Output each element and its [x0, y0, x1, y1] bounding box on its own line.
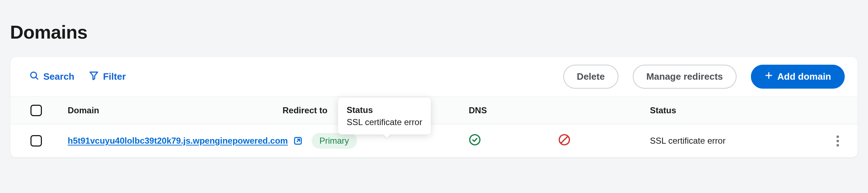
col-status: Status [650, 105, 822, 115]
filter-label: Filter [103, 71, 126, 82]
svg-marker-2 [90, 72, 97, 80]
status-text: SSL certificate error [650, 136, 822, 146]
delete-button[interactable]: Delete [563, 65, 618, 89]
table-header-row: Domain Redirect to DNS Status [10, 97, 858, 124]
error-circle-icon [558, 134, 570, 148]
filter-icon [89, 70, 99, 83]
table-row: h5t91vcuyu40lolbc39t20k79.js.wpenginepow… [10, 124, 858, 158]
filter-button[interactable]: Filter [89, 70, 126, 83]
col-domain: Domain [68, 105, 283, 115]
check-circle-icon [469, 134, 481, 148]
plus-icon [765, 71, 773, 82]
status-tooltip: Status SSL certificate error [338, 98, 431, 134]
tooltip-title: Status [347, 104, 422, 116]
page-title: Domains [10, 0, 858, 56]
row-checkbox[interactable] [30, 135, 42, 147]
svg-point-6 [470, 135, 480, 145]
col-dns: DNS [469, 105, 558, 115]
toolbar: Search Filter Delete Manage redirects Ad… [10, 57, 858, 97]
domains-card: Search Filter Delete Manage redirects Ad… [10, 56, 858, 158]
dns-status-cell [469, 134, 558, 148]
domain-link[interactable]: h5t91vcuyu40lolbc39t20k79.js.wpenginepow… [68, 136, 288, 146]
add-domain-label: Add domain [777, 71, 831, 82]
delete-label: Delete [577, 71, 605, 82]
search-button[interactable]: Search [29, 70, 74, 83]
manage-redirects-label: Manage redirects [646, 71, 723, 82]
select-all-checkbox[interactable] [30, 105, 42, 116]
svg-line-1 [36, 77, 38, 79]
svg-line-8 [561, 137, 568, 143]
ssl-status-cell [558, 134, 650, 148]
manage-redirects-button[interactable]: Manage redirects [633, 65, 737, 89]
tooltip-body: SSL certificate error [347, 117, 422, 127]
search-label: Search [43, 71, 74, 82]
external-link-icon[interactable] [293, 136, 303, 146]
search-icon [29, 70, 39, 83]
domain-cell: h5t91vcuyu40lolbc39t20k79.js.wpenginepow… [68, 133, 469, 149]
row-actions-menu[interactable] [830, 134, 845, 148]
add-domain-button[interactable]: Add domain [751, 65, 845, 89]
primary-badge: Primary [312, 133, 357, 149]
